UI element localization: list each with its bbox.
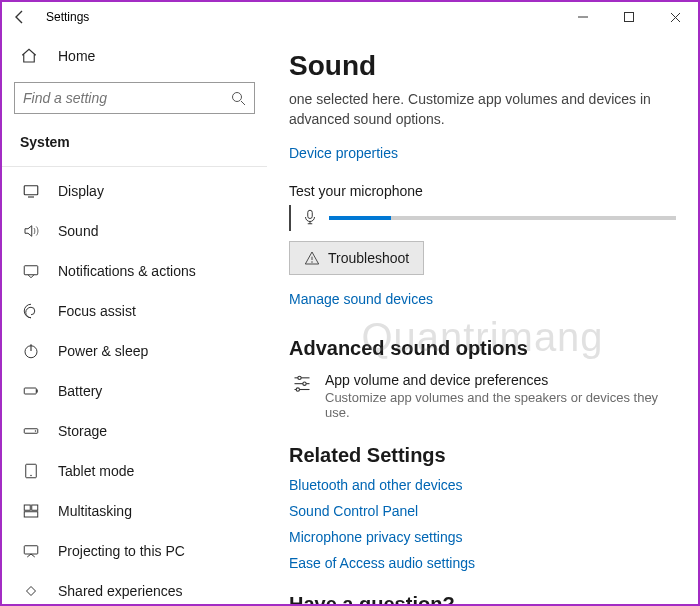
page-title: Sound: [289, 50, 676, 82]
sidebar-item-storage[interactable]: Storage: [14, 411, 255, 451]
tablet-icon: [20, 462, 42, 480]
svg-rect-1: [625, 13, 634, 22]
power-icon: [20, 342, 42, 360]
sidebar-nav: Display Sound Notifications & actions: [14, 171, 255, 604]
svg-rect-9: [24, 388, 36, 394]
main-content: Sound one selected here. Customize app v…: [267, 32, 698, 604]
mic-level-bar: [329, 216, 676, 220]
advanced-options-heading: Advanced sound options: [289, 337, 676, 360]
sidebar-item-label: Multitasking: [58, 503, 132, 519]
sidebar-item-projecting[interactable]: Projecting to this PC: [14, 531, 255, 571]
advanced-item-desc: Customize app volumes and the speakers o…: [325, 390, 676, 420]
question-heading: Have a question?: [289, 593, 676, 604]
link-mic-privacy[interactable]: Microphone privacy settings: [289, 529, 676, 545]
svg-point-21: [311, 262, 312, 263]
multitasking-icon: [20, 502, 42, 520]
device-properties-link[interactable]: Device properties: [289, 145, 398, 161]
sidebar-group-header: System: [14, 128, 255, 164]
sidebar-item-label: Power & sleep: [58, 343, 148, 359]
related-links: Bluetooth and other devices Sound Contro…: [289, 477, 676, 571]
window-controls: [560, 2, 698, 32]
svg-line-3: [241, 101, 245, 105]
window-body: Home System Display: [2, 32, 698, 604]
projecting-icon: [20, 542, 42, 560]
sliders-icon: [289, 372, 315, 420]
sidebar-divider: [2, 166, 267, 167]
close-button[interactable]: [652, 2, 698, 32]
svg-point-14: [30, 475, 32, 477]
svg-rect-15: [24, 505, 30, 510]
svg-rect-10: [36, 390, 38, 393]
sidebar-item-label: Battery: [58, 383, 102, 399]
svg-point-12: [35, 430, 37, 432]
svg-rect-16: [32, 505, 38, 510]
sidebar-item-shared-experiences[interactable]: Shared experiences: [14, 571, 255, 604]
focus-assist-icon: [20, 302, 42, 320]
sidebar-home[interactable]: Home: [14, 38, 255, 74]
svg-point-23: [298, 376, 301, 379]
annotation-arrow: [687, 362, 698, 552]
microphone-icon: [301, 207, 319, 230]
search-icon: [222, 90, 254, 106]
svg-point-27: [296, 388, 299, 391]
svg-rect-17: [24, 512, 38, 517]
sidebar: Home System Display: [2, 32, 267, 604]
home-icon: [20, 47, 42, 65]
warning-icon: [304, 250, 320, 266]
minimize-button[interactable]: [560, 2, 606, 32]
sound-icon: [20, 222, 42, 240]
storage-icon: [20, 422, 42, 440]
sidebar-item-label: Sound: [58, 223, 98, 239]
sidebar-item-label: Tablet mode: [58, 463, 134, 479]
shared-icon: [20, 582, 42, 600]
sidebar-item-battery[interactable]: Battery: [14, 371, 255, 411]
search-box[interactable]: [14, 82, 255, 114]
sidebar-item-label: Focus assist: [58, 303, 136, 319]
manage-sound-devices-link[interactable]: Manage sound devices: [289, 291, 433, 307]
link-sound-control-panel[interactable]: Sound Control Panel: [289, 503, 676, 519]
troubleshoot-label: Troubleshoot: [328, 250, 409, 266]
sidebar-item-notifications[interactable]: Notifications & actions: [14, 251, 255, 291]
sidebar-item-sound[interactable]: Sound: [14, 211, 255, 251]
titlebar: Settings: [2, 2, 698, 32]
svg-rect-4: [24, 186, 38, 195]
svg-rect-19: [308, 210, 313, 218]
related-settings-heading: Related Settings: [289, 444, 676, 467]
link-bluetooth[interactable]: Bluetooth and other devices: [289, 477, 676, 493]
sidebar-item-label: Shared experiences: [58, 583, 183, 599]
maximize-button[interactable]: [606, 2, 652, 32]
svg-rect-6: [24, 266, 38, 275]
svg-point-2: [233, 93, 242, 102]
svg-rect-18: [24, 546, 38, 554]
back-button[interactable]: [12, 9, 28, 25]
page-subtext: one selected here. Customize app volumes…: [289, 90, 676, 129]
notifications-icon: [20, 262, 42, 280]
sidebar-item-tablet-mode[interactable]: Tablet mode: [14, 451, 255, 491]
sidebar-item-label: Notifications & actions: [58, 263, 196, 279]
sidebar-home-label: Home: [58, 48, 95, 64]
titlebar-title: Settings: [46, 10, 89, 24]
link-ease-access-audio[interactable]: Ease of Access audio settings: [289, 555, 676, 571]
sidebar-item-multitasking[interactable]: Multitasking: [14, 491, 255, 531]
advanced-item-title: App volume and device preferences: [325, 372, 676, 388]
sidebar-item-display[interactable]: Display: [14, 171, 255, 211]
sidebar-item-focus-assist[interactable]: Focus assist: [14, 291, 255, 331]
test-mic-label: Test your microphone: [289, 183, 676, 199]
display-icon: [20, 182, 42, 200]
settings-window: Settings Home: [0, 0, 700, 606]
sidebar-item-power-sleep[interactable]: Power & sleep: [14, 331, 255, 371]
mic-test-row: [289, 205, 676, 231]
search-wrap: [14, 82, 255, 114]
svg-point-25: [303, 382, 306, 385]
search-input[interactable]: [15, 83, 222, 113]
app-volume-preferences[interactable]: App volume and device preferences Custom…: [289, 370, 676, 422]
battery-icon: [20, 382, 42, 400]
sidebar-item-label: Projecting to this PC: [58, 543, 185, 559]
sidebar-item-label: Display: [58, 183, 104, 199]
sidebar-item-label: Storage: [58, 423, 107, 439]
troubleshoot-button[interactable]: Troubleshoot: [289, 241, 424, 275]
